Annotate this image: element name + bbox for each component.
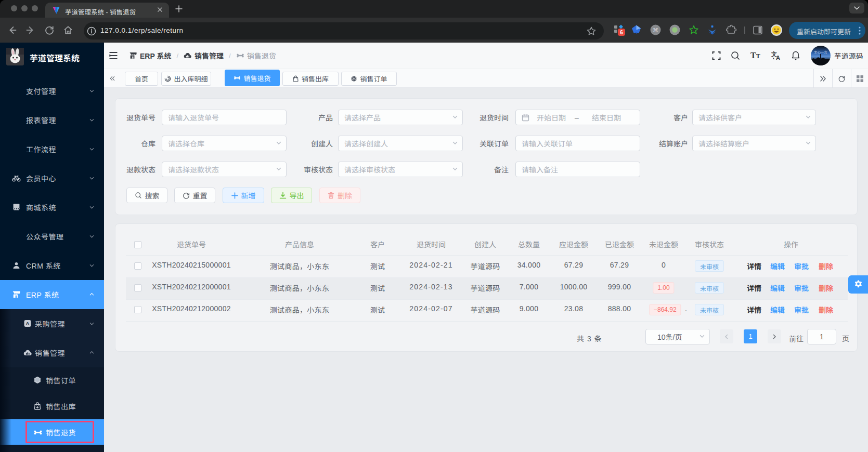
svg-text:文心一言: 文心一言: [814, 50, 828, 55]
svg-text:6: 6: [620, 30, 623, 35]
svg-text:A: A: [26, 321, 30, 326]
svg-text:A: A: [776, 55, 780, 60]
svg-text:⌘: ⌘: [653, 27, 658, 33]
